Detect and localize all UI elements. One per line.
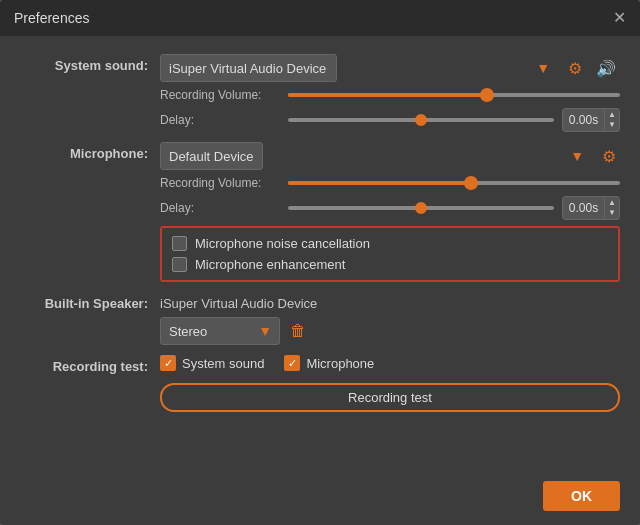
system-sound-label: System sound: <box>20 54 160 73</box>
enhancement-row: Microphone enhancement <box>172 257 608 272</box>
system-sound-delay-spinbox[interactable]: 0.00s ▲ ▼ <box>562 108 620 132</box>
dialog-title: Preferences <box>14 10 89 26</box>
recording-test-row: Recording test: ✓ System sound ✓ Microph… <box>20 355 620 412</box>
system-sound-speaker-icon[interactable]: 🔊 <box>592 57 620 80</box>
recording-test-content: ✓ System sound ✓ Microphone Recording te… <box>160 355 620 412</box>
built-in-speaker-label: Built-in Speaker: <box>20 292 160 311</box>
built-in-speaker-content: iSuper Virtual Audio Device Stereo ▼ 🗑 <box>160 292 620 345</box>
noise-cancellation-label: Microphone noise cancellation <box>195 236 370 251</box>
dialog-footer: OK <box>0 471 640 525</box>
system-sound-volume-track[interactable] <box>288 93 620 97</box>
system-sound-delay-label: Delay: <box>160 113 280 127</box>
system-sound-volume-label: Recording Volume: <box>160 88 280 102</box>
microphone-delay-spinbox[interactable]: 0.00s ▲ ▼ <box>562 196 620 220</box>
stereo-row: Stereo ▼ 🗑 <box>160 317 620 345</box>
microphone-volume-track[interactable] <box>288 181 620 185</box>
microphone-label: Microphone: <box>20 142 160 161</box>
close-button[interactable]: ✕ <box>613 10 626 26</box>
microphone-dropdown-wrapper: Default Device ▼ <box>160 142 592 170</box>
microphone-test-label: Microphone <box>306 356 374 371</box>
built-in-speaker-device: iSuper Virtual Audio Device <box>160 292 620 311</box>
microphone-options-box: Microphone noise cancellation Microphone… <box>160 226 620 282</box>
microphone-dropdown-arrow: ▼ <box>570 148 584 164</box>
title-bar: Preferences ✕ <box>0 0 640 36</box>
microphone-dropdown[interactable]: Default Device <box>160 142 263 170</box>
microphone-delay-label: Delay: <box>160 201 280 215</box>
noise-cancellation-checkbox[interactable] <box>172 236 187 251</box>
microphone-device-row: Default Device ▼ ⚙ <box>160 142 620 170</box>
microphone-volume-row: Recording Volume: <box>160 176 620 190</box>
microphone-delay-track[interactable] <box>288 206 554 210</box>
system-sound-device-row: iSuper Virtual Audio Device ▼ ⚙ 🔊 <box>160 54 620 82</box>
system-sound-test-label: System sound <box>182 356 264 371</box>
microphone-content: Default Device ▼ ⚙ Recording Volume: <box>160 142 620 282</box>
noise-cancellation-row: Microphone noise cancellation <box>172 236 608 251</box>
recording-test-button[interactable]: Recording test <box>160 383 620 412</box>
system-sound-checkbox-row: ✓ System sound <box>160 355 264 371</box>
delete-speaker-button[interactable]: 🗑 <box>288 320 308 342</box>
microphone-checkbox-row: ✓ Microphone <box>284 355 374 371</box>
system-sound-dropdown-wrapper: iSuper Virtual Audio Device ▼ <box>160 54 558 82</box>
built-in-speaker-row: Built-in Speaker: iSuper Virtual Audio D… <box>20 292 620 345</box>
preferences-dialog: Preferences ✕ System sound: iSuper Virtu… <box>0 0 640 525</box>
microphone-delay-up[interactable]: ▲ <box>605 198 619 208</box>
ok-button[interactable]: OK <box>543 481 620 511</box>
system-sound-delay-track[interactable] <box>288 118 554 122</box>
microphone-delay-down[interactable]: ▼ <box>605 208 619 218</box>
system-sound-test-checkbox[interactable]: ✓ <box>160 355 176 371</box>
microphone-settings-icon[interactable]: ⚙ <box>598 145 620 168</box>
system-sound-dropdown-arrow: ▼ <box>536 60 550 76</box>
enhancement-checkbox[interactable] <box>172 257 187 272</box>
microphone-delay-value: 0.00s <box>563 201 604 215</box>
system-sound-delay-value: 0.00s <box>563 113 604 127</box>
stereo-dropdown[interactable]: Stereo <box>160 317 280 345</box>
preferences-content: System sound: iSuper Virtual Audio Devic… <box>0 36 640 471</box>
system-sound-dropdown[interactable]: iSuper Virtual Audio Device <box>160 54 337 82</box>
system-sound-delay-down[interactable]: ▼ <box>605 120 619 130</box>
system-sound-delay-row: Delay: 0.00s ▲ ▼ <box>160 108 620 132</box>
microphone-row: Microphone: Default Device ▼ ⚙ Recording… <box>20 142 620 282</box>
microphone-test-checkbox[interactable]: ✓ <box>284 355 300 371</box>
system-sound-settings-icon[interactable]: ⚙ <box>564 57 586 80</box>
microphone-volume-label: Recording Volume: <box>160 176 280 190</box>
system-sound-row: System sound: iSuper Virtual Audio Devic… <box>20 54 620 132</box>
system-sound-delay-up[interactable]: ▲ <box>605 110 619 120</box>
enhancement-label: Microphone enhancement <box>195 257 345 272</box>
system-sound-volume-row: Recording Volume: <box>160 88 620 102</box>
microphone-delay-row: Delay: 0.00s ▲ ▼ <box>160 196 620 220</box>
system-sound-content: iSuper Virtual Audio Device ▼ ⚙ 🔊 Record… <box>160 54 620 132</box>
recording-test-label: Recording test: <box>20 355 160 374</box>
stereo-dropdown-wrapper: Stereo ▼ <box>160 317 280 345</box>
recording-test-section: ✓ System sound ✓ Microphone <box>160 355 620 371</box>
